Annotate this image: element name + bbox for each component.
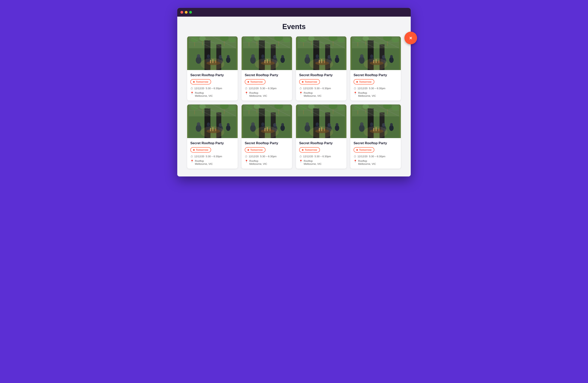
event-info: Secret Rooftop Party Tomorrow ⏱ 12/12/20… xyxy=(187,138,238,169)
location-icon: 📍 xyxy=(245,160,248,163)
event-image xyxy=(296,105,346,138)
event-card[interactable]: Secret Rooftop Party Tomorrow ⏱ 12/12/20… xyxy=(187,36,238,101)
tomorrow-badge[interactable]: Tomorrow xyxy=(299,147,320,152)
close-button[interactable]: × xyxy=(404,32,417,44)
tomorrow-dot xyxy=(193,81,195,83)
event-card[interactable]: Secret Rooftop Party Tomorrow ⏱ 12/12/20… xyxy=(350,36,401,101)
tomorrow-label: Tomorrow xyxy=(305,148,317,151)
svg-point-128 xyxy=(197,122,200,126)
browser-content: Events xyxy=(177,17,411,176)
svg-point-70 xyxy=(306,54,309,58)
event-date: 12/12/20 5:30 – 6:30pm xyxy=(303,155,331,158)
event-image xyxy=(242,36,292,70)
svg-point-186 xyxy=(306,122,309,126)
close-icon: × xyxy=(409,35,412,41)
event-meta: ⏱ 12/12/20 5:30 – 6:30pm 📍 RooftopMelbou… xyxy=(354,87,398,97)
svg-point-219 xyxy=(382,123,385,127)
event-image xyxy=(296,36,346,70)
svg-point-105 xyxy=(390,55,393,58)
event-venue: RooftopMelbourne, VIC xyxy=(358,159,376,165)
event-card[interactable]: Secret Rooftop Party Tomorrow ⏱ 12/12/20… xyxy=(296,105,346,169)
clock-icon: ⏱ xyxy=(354,155,356,158)
svg-point-52 xyxy=(255,58,279,70)
event-info: Secret Rooftop Party Tomorrow ⏱ 12/12/20… xyxy=(296,70,346,101)
tomorrow-dot xyxy=(302,81,303,83)
tomorrow-badge[interactable]: Tomorrow xyxy=(354,79,374,85)
svg-point-130 xyxy=(207,123,210,126)
svg-point-43 xyxy=(261,54,265,58)
event-venue: RooftopMelbourne, VIC xyxy=(195,159,213,165)
event-card[interactable]: Secret Rooftop Party Tomorrow ⏱ 12/12/20… xyxy=(242,36,292,101)
event-image xyxy=(350,36,401,70)
event-date: 12/12/20 5:30 – 6:30pm xyxy=(357,155,385,158)
svg-point-41 xyxy=(251,54,255,58)
tomorrow-badge[interactable]: Tomorrow xyxy=(245,147,266,152)
tomorrow-badge[interactable]: Tomorrow xyxy=(190,147,211,152)
tomorrow-badge[interactable]: Tomorrow xyxy=(245,79,266,85)
event-name: Secret Rooftop Party xyxy=(190,73,234,77)
page-title: Events xyxy=(187,22,401,31)
event-date-row: ⏱ 12/12/20 5:30 – 6:30pm xyxy=(354,155,398,158)
event-card[interactable]: Secret Rooftop Party Tomorrow ⏱ 12/12/20… xyxy=(242,105,292,169)
svg-point-99 xyxy=(360,54,364,58)
events-grid: Secret Rooftop Party Tomorrow ⏱ 12/12/20… xyxy=(187,36,401,169)
event-venue-row: 📍 RooftopMelbourne, VIC xyxy=(190,159,234,165)
browser-titlebar xyxy=(177,8,411,17)
event-date: 12/12/20 5:30 – 6:30pm xyxy=(249,155,277,158)
svg-point-161 xyxy=(273,123,276,127)
clock-icon: ⏱ xyxy=(245,155,248,158)
event-image xyxy=(242,105,292,138)
event-meta: ⏱ 12/12/20 5:30 – 6:30pm 📍 RooftopMelbou… xyxy=(299,155,343,165)
svg-point-12 xyxy=(197,54,200,58)
tomorrow-label: Tomorrow xyxy=(196,80,208,83)
event-image xyxy=(187,36,238,70)
tomorrow-badge[interactable]: Tomorrow xyxy=(299,79,320,85)
event-date-row: ⏱ 12/12/20 5:30 – 6:30pm xyxy=(299,87,343,90)
tomorrow-badge[interactable]: Tomorrow xyxy=(190,79,211,85)
svg-point-101 xyxy=(370,54,373,58)
location-icon: 📍 xyxy=(299,92,302,95)
clock-icon: ⏱ xyxy=(299,155,302,158)
clock-icon: ⏱ xyxy=(299,87,302,90)
svg-point-188 xyxy=(316,123,319,126)
event-meta: ⏱ 12/12/20 5:30 – 6:30pm 📍 RooftopMelbou… xyxy=(299,87,343,97)
event-card[interactable]: Secret Rooftop Party Tomorrow ⏱ 12/12/20… xyxy=(187,105,238,169)
event-card[interactable]: Secret Rooftop Party Tomorrow ⏱ 12/12/20… xyxy=(350,105,401,169)
event-venue: RooftopMelbourne, VIC xyxy=(304,91,321,97)
location-icon: 📍 xyxy=(190,160,194,163)
tomorrow-badge[interactable]: Tomorrow xyxy=(354,147,374,152)
svg-point-76 xyxy=(336,55,338,58)
browser-window: Events xyxy=(177,8,411,176)
svg-point-226 xyxy=(364,126,388,138)
event-name: Secret Rooftop Party xyxy=(299,73,343,77)
tomorrow-dot xyxy=(248,81,249,83)
clock-icon: ⏱ xyxy=(190,155,193,158)
traffic-light-green[interactable] xyxy=(189,11,192,14)
event-name: Secret Rooftop Party xyxy=(299,141,343,145)
tomorrow-dot xyxy=(356,81,358,83)
svg-point-192 xyxy=(336,123,338,126)
event-venue-row: 📍 RooftopMelbourne, VIC xyxy=(299,91,343,97)
svg-point-110 xyxy=(364,58,388,70)
event-date: 12/12/20 5:30 – 6:30pm xyxy=(194,155,222,158)
event-date-row: ⏱ 12/12/20 5:30 – 6:30pm xyxy=(245,87,289,90)
event-info: Secret Rooftop Party Tomorrow ⏱ 12/12/20… xyxy=(242,138,292,169)
traffic-light-red[interactable] xyxy=(180,11,183,14)
event-card[interactable]: Secret Rooftop Party Tomorrow ⏱ 12/12/20… xyxy=(296,36,346,101)
tomorrow-label: Tomorrow xyxy=(305,80,317,83)
tomorrow-dot xyxy=(302,149,303,151)
event-info: Secret Rooftop Party Tomorrow ⏱ 12/12/20… xyxy=(187,70,238,101)
svg-point-168 xyxy=(255,126,279,138)
traffic-light-yellow[interactable] xyxy=(185,11,188,14)
event-venue: RooftopMelbourne, VIC xyxy=(358,91,376,97)
svg-point-190 xyxy=(328,123,331,127)
tomorrow-dot xyxy=(193,149,195,151)
svg-point-14 xyxy=(207,54,210,58)
event-venue: RooftopMelbourne, VIC xyxy=(249,159,267,165)
event-date-row: ⏱ 12/12/20 5:30 – 6:30pm xyxy=(354,87,398,90)
location-icon: 📍 xyxy=(299,160,302,163)
event-name: Secret Rooftop Party xyxy=(354,73,398,77)
svg-point-197 xyxy=(309,126,333,138)
event-venue: RooftopMelbourne, VIC xyxy=(304,159,321,165)
event-date: 12/12/20 5:30 – 6:30pm xyxy=(249,87,277,90)
